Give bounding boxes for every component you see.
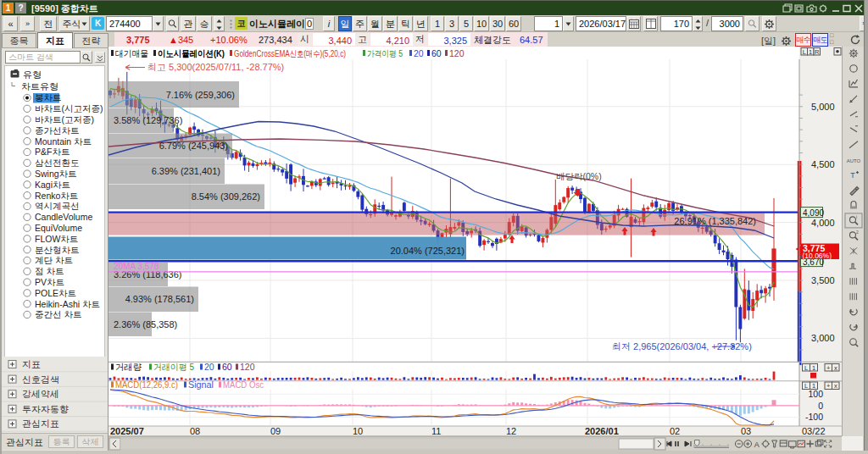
svg-text:8.54% (309,262): 8.54% (309,262)	[192, 191, 260, 202]
svg-text:분산형차트: 분산형차트	[35, 245, 80, 255]
svg-text:최고 5,300(2025/07/11, -28.77%): 최고 5,300(2025/07/11, -28.77%)	[147, 62, 284, 72]
svg-text:AUTO: AUTO	[847, 158, 861, 163]
svg-text:+: +	[826, 364, 831, 372]
svg-text:PV차트: PV차트	[35, 277, 64, 287]
svg-text:역시계곡선: 역시계곡선	[35, 201, 80, 211]
svg-text:관심지표: 관심지표	[22, 418, 59, 429]
svg-text:1: 1	[812, 364, 815, 372]
svg-text:26.91% (1,335,842): 26.91% (1,335,842)	[674, 216, 756, 226]
svg-text:09: 09	[270, 426, 281, 436]
svg-text:L: L	[803, 48, 806, 56]
svg-text:7.16% (259,306): 7.16% (259,306)	[166, 90, 235, 100]
svg-text:T: T	[850, 171, 855, 180]
svg-text:2025/07: 2025/07	[110, 426, 144, 436]
svg-text:20: 20	[204, 362, 214, 372]
svg-text:L: L	[804, 364, 808, 372]
svg-text:20: 20	[414, 48, 424, 58]
svg-text:P&F차트: P&F차트	[35, 147, 70, 157]
svg-text:x: x	[834, 382, 837, 390]
svg-text:-100: -100	[805, 412, 823, 422]
svg-text:+: +	[826, 382, 831, 390]
svg-text:6.39% (231,401): 6.39% (231,401)	[152, 166, 220, 176]
svg-text:4.93% (178,561): 4.93% (178,561)	[125, 294, 194, 304]
svg-text:대기매물: 대기매물	[115, 48, 148, 58]
svg-text:10: 10	[353, 426, 363, 436]
svg-text:11: 11	[431, 426, 441, 436]
svg-text:2026/01: 2026/01	[585, 426, 619, 436]
svg-text:4,090: 4,090	[803, 208, 824, 218]
svg-text:차트유형: 차트유형	[21, 81, 58, 91]
svg-text:중간선 차트: 중간선 차트	[35, 309, 81, 319]
svg-text:(10.06%): (10.06%)	[803, 252, 832, 260]
svg-text:0: 0	[818, 401, 823, 411]
svg-text:투자자동향: 투자자동향	[22, 404, 69, 414]
svg-text:1: 1	[812, 382, 815, 390]
svg-text:Renko차트: Renko차트	[35, 191, 78, 201]
svg-text:CandleVolume: CandleVolume	[35, 212, 92, 222]
svg-text:6.79% (245,943): 6.79% (245,943)	[159, 141, 228, 151]
svg-text:이노시뮬레이션(K): 이노시뮬레이션(K)	[158, 48, 225, 58]
svg-text:바차트(고저종): 바차트(고저종)	[35, 114, 94, 125]
svg-text:Signal: Signal	[188, 379, 214, 390]
svg-text:Swing차트: Swing차트	[35, 169, 77, 179]
svg-text:R: R	[815, 48, 820, 56]
svg-text:FLOW차트: FLOW차트	[35, 234, 78, 244]
svg-text:4,000: 4,000	[811, 218, 835, 228]
svg-text:02: 02	[670, 426, 680, 436]
svg-text:120: 120	[240, 362, 255, 372]
svg-text:60: 60	[222, 362, 232, 372]
svg-text:종가선차트: 종가선차트	[35, 125, 80, 136]
svg-text:2.36% (85,358): 2.36% (85,358)	[114, 319, 177, 329]
svg-text:A: A	[754, 440, 760, 449]
svg-text:거래이평 5: 거래이평 5	[153, 362, 194, 372]
svg-text:점 차트: 점 차트	[35, 266, 64, 276]
svg-text:3.26% (118,636): 3.26% (118,636)	[114, 269, 182, 280]
svg-text:100: 100	[808, 389, 823, 399]
svg-text:삼선전환도: 삼선전환도	[35, 158, 80, 168]
svg-text:1: 1	[809, 48, 812, 56]
svg-text:120: 120	[449, 48, 465, 58]
svg-text:L: L	[804, 382, 808, 390]
svg-text:2: 2	[856, 230, 859, 235]
svg-text:20.04% (725,321): 20.04% (725,321)	[391, 246, 465, 256]
svg-text:강세약세: 강세약세	[22, 389, 59, 399]
svg-text:3.58% (129,736): 3.58% (129,736)	[114, 115, 182, 125]
svg-text:지표: 지표	[22, 359, 41, 369]
svg-text:계단 차트: 계단 차트	[35, 255, 73, 265]
svg-text:x: x	[834, 364, 837, 372]
svg-text:신호검색: 신호검색	[22, 374, 59, 385]
svg-text:5,000: 5,000	[811, 102, 835, 112]
svg-text:거래량: 거래량	[115, 362, 142, 372]
svg-text:유형: 유형	[23, 69, 42, 80]
svg-text:MACD(12,26,9.c): MACD(12,26,9.c)	[115, 379, 178, 390]
svg-text:봉차트: 봉차트	[35, 92, 62, 102]
svg-text:60: 60	[431, 48, 442, 58]
svg-text:EquiVolume: EquiVolume	[35, 223, 82, 233]
svg-text:Kagi차트: Kagi차트	[35, 180, 70, 190]
svg-text:3,500: 3,500	[811, 275, 835, 285]
svg-text:배당락(0%): 배당락(0%)	[556, 171, 602, 181]
svg-text:가격이평 5: 가격이평 5	[367, 48, 403, 58]
svg-text:08: 08	[190, 426, 200, 436]
svg-text:POLE차트: POLE차트	[35, 288, 76, 298]
svg-text:i: i	[856, 214, 857, 219]
svg-text:MACD Osc: MACD Osc	[223, 379, 264, 390]
svg-text:3,000: 3,000	[811, 333, 835, 343]
svg-text:바차트(시고저종): 바차트(시고저종)	[35, 103, 103, 114]
svg-text:12: 12	[506, 426, 516, 436]
svg-text:03: 03	[741, 426, 751, 436]
svg-text:Heikin-Ashi 차트: Heikin-Ashi 차트	[35, 299, 100, 309]
svg-text:Mountain 차트: Mountain 차트	[35, 136, 92, 147]
svg-text:03/22: 03/22	[802, 426, 826, 436]
svg-text:GoldenCrossEMA신호(매수)(5,20,c): GoldenCrossEMA신호(매수)(5,20,c)	[234, 49, 346, 58]
svg-text:4,500: 4,500	[811, 159, 835, 169]
svg-text:20MA 3,578: 20MA 3,578	[114, 262, 159, 271]
